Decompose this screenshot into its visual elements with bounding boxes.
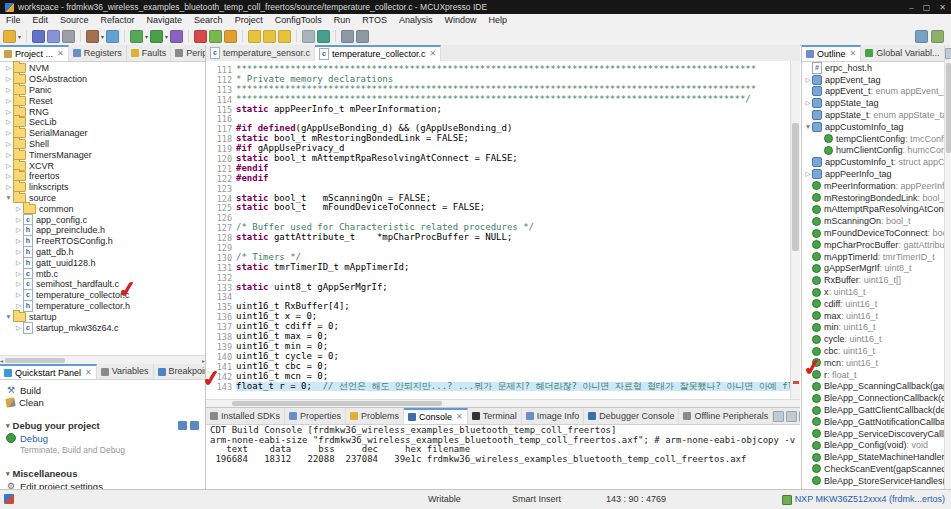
- tree-expanded-arrow-icon[interactable]: ▼: [4, 194, 13, 201]
- outline-item-humclientconfig[interactable]: humClientConfig : humcConf...: [802, 145, 945, 157]
- code-text[interactable]: [236, 114, 800, 124]
- close-icon[interactable]: ✕: [430, 48, 437, 60]
- perspective-develop-icon[interactable]: [915, 30, 928, 43]
- search-icon[interactable]: [302, 30, 315, 43]
- console-output[interactable]: CDT Build Console [frdmkw36_wireless_exa…: [206, 424, 800, 491]
- tree-item-linkscripts[interactable]: ▷linkscripts: [0, 182, 205, 193]
- save-icon[interactable]: [32, 30, 45, 43]
- menu-source[interactable]: Source: [54, 14, 95, 27]
- outline-vscroll-thumb[interactable]: [946, 63, 951, 153]
- build-icon[interactable]: [86, 30, 99, 43]
- outline-item-min[interactable]: min : uint16_t: [802, 322, 945, 334]
- code-text[interactable]: [236, 213, 800, 223]
- code-text[interactable]: static gattAttribute_t *mpCharProcBuffer…: [236, 233, 800, 243]
- code-text[interactable]: uint16_t min = 0;: [236, 342, 800, 352]
- outline-item-appevent-tag[interactable]: ▷appEvent_tag: [802, 74, 945, 86]
- code-text[interactable]: [236, 243, 800, 253]
- outline-item-appevent-t[interactable]: appEvent_t : enum appEvent_tag: [802, 86, 945, 98]
- console-tab-offline-peripherals[interactable]: Offline Peripherals: [679, 408, 773, 424]
- clear-console-icon[interactable]: [773, 411, 784, 422]
- outline-item-rxbuffer[interactable]: RxBuffer : uint16_t[]: [802, 274, 945, 286]
- code-text[interactable]: [236, 273, 800, 283]
- outline-item-appcustominfo-t[interactable]: appCustomInfo_t : struct appCus...: [802, 156, 945, 168]
- tree-collapsed-arrow-icon[interactable]: ▷: [14, 259, 23, 267]
- word-wrap-icon[interactable]: [799, 411, 800, 422]
- outline-item-cdiff[interactable]: cdiff : uint16_t: [802, 298, 945, 310]
- close-button[interactable]: ✕: [939, 3, 946, 12]
- outline-item-mrestoringbondedlink[interactable]: mRestoringBondedLink : bool_t: [802, 192, 945, 204]
- quickstart-section-debug-your-project[interactable]: ▾Debug your project: [6, 419, 199, 432]
- console-tab-debugger-console[interactable]: Debugger Console: [584, 408, 679, 424]
- step-return-icon[interactable]: [278, 30, 291, 43]
- console-tab-console[interactable]: Console✕: [404, 408, 468, 424]
- dropdown-caret-icon[interactable]: ▾: [18, 33, 21, 40]
- code-text[interactable]: #endif: [236, 164, 800, 174]
- tree-item-startup-mkw36z64-c[interactable]: ▷cstartup_mkw36z64.c: [0, 322, 205, 333]
- step-into-icon[interactable]: [248, 30, 261, 43]
- console-line[interactable]: 196684 18312 22088 237084 39e1c frdmkw36…: [210, 455, 796, 465]
- tree-collapsed-arrow-icon[interactable]: ▷: [14, 280, 23, 288]
- tree-item-shell[interactable]: ▷Shell: [0, 139, 205, 150]
- tree-item-seclib[interactable]: ▷SecLib: [0, 117, 205, 128]
- bottomleft-tab-quickstart-panel[interactable]: Quickstart Panel✕: [0, 364, 97, 379]
- code-text[interactable]: static appPeerInfo_t mPeerInformation;: [236, 105, 800, 115]
- profile-icon[interactable]: [170, 30, 183, 43]
- editor-hscroll-thumb[interactable]: [232, 401, 442, 406]
- outline-item-mscanningon[interactable]: mScanningOn : bool_t: [802, 215, 945, 227]
- tree-item-nvm[interactable]: ▷NVM: [0, 63, 205, 74]
- menu-help[interactable]: Help: [482, 14, 513, 27]
- tree-collapsed-arrow-icon[interactable]: ▷: [14, 237, 23, 245]
- tree-item-rng[interactable]: ▷RNG: [0, 106, 205, 117]
- code-text[interactable]: static bool_t mScanningOn = FALSE;: [236, 194, 800, 204]
- debug-small-icon[interactable]: [178, 421, 187, 430]
- debug-console-icon[interactable]: [190, 421, 199, 430]
- tree-item-app-config-c[interactable]: ▷capp_config.c: [0, 214, 205, 225]
- outline-item-erpc-host-h[interactable]: #erpc_host.h: [802, 62, 945, 74]
- code-text[interactable]: uint16_t cycle = 0;: [236, 352, 800, 362]
- tree-item-app-preinclude-h[interactable]: ▷happ_preinclude.h: [0, 225, 205, 236]
- tree-collapsed-arrow-icon[interactable]: ▷: [4, 75, 13, 83]
- tree-item-xcvr[interactable]: ▷XCVR: [0, 160, 205, 171]
- step-over-icon[interactable]: [263, 30, 276, 43]
- dropdown-caret-icon[interactable]: ▾: [145, 33, 148, 40]
- target-device-link[interactable]: NXP MKW36Z512xxx4 (frdmk...ertos): [782, 490, 945, 509]
- outline-item-appstate-tag[interactable]: ▷appState_tag: [802, 97, 945, 109]
- outline-collapsed-arrow-icon[interactable]: ▷: [804, 76, 812, 84]
- close-icon[interactable]: ✕: [85, 367, 92, 379]
- outline-tab-global-variabl[interactable]: Global Variabl...: [861, 45, 944, 61]
- tree-collapsed-arrow-icon[interactable]: ▷: [4, 129, 13, 137]
- code-text[interactable]: uint16_t RxBuffer[4];: [236, 302, 800, 312]
- outline-item-gappsermgrif[interactable]: gAppSerMgrIf : uint8_t: [802, 263, 945, 275]
- outline-item-apppeerinfo-tag[interactable]: ▷appPeerInfo_tag: [802, 168, 945, 180]
- menu-file[interactable]: File: [0, 14, 27, 27]
- console-tab-properties[interactable]: Properties: [285, 408, 346, 424]
- code-text[interactable]: uint16_t max = 0;: [236, 332, 800, 342]
- outline-item-appstate-t[interactable]: appState_t : enum appState_tag: [802, 109, 945, 121]
- tree-collapsed-arrow-icon[interactable]: ▷: [4, 97, 13, 105]
- code-text[interactable]: uint16_t cdiff = 0;: [236, 322, 800, 332]
- tree-item-timersmanager[interactable]: ▷TimersManager: [0, 149, 205, 160]
- scroll-lock-icon[interactable]: [786, 411, 797, 422]
- code-text[interactable]: [236, 184, 800, 194]
- console-tab-installed-sdks[interactable]: Installed SDKs: [206, 408, 285, 424]
- outline-item-bleapp-config-void[interactable]: BleApp_Config(void) : void: [802, 440, 945, 452]
- code-text[interactable]: #if gAppUsePrivacy_d: [236, 144, 800, 154]
- code-text[interactable]: static tmrTimerID_t mAppTimerId;: [236, 263, 800, 273]
- perspective-debug-icon[interactable]: [931, 30, 944, 43]
- editor-tab-temperature-collector-c[interactable]: ctemperature_collector.c✕: [315, 45, 441, 61]
- debug-icon[interactable]: [130, 30, 143, 43]
- console-tab-terminal[interactable]: Terminal: [468, 408, 522, 424]
- menu-edit[interactable]: Edit: [27, 14, 55, 27]
- terminate-icon[interactable]: [194, 30, 207, 43]
- outline-item-bleapp-servicediscoverycallba[interactable]: BleApp_ServiceDiscoveryCallba...: [802, 428, 945, 440]
- editor-tab-temperature-sensor-c[interactable]: ctemperature_sensor.c: [206, 45, 315, 61]
- outline-collapsed-arrow-icon[interactable]: ▷: [804, 99, 812, 107]
- tree-collapsed-arrow-icon[interactable]: ▷: [4, 86, 13, 94]
- close-icon[interactable]: ✕: [57, 48, 64, 60]
- menu-navigate[interactable]: Navigate: [141, 14, 189, 27]
- close-icon[interactable]: ✕: [850, 48, 857, 60]
- tree-item-serialmanager[interactable]: ▷SerialManager: [0, 128, 205, 139]
- tree-collapsed-arrow-icon[interactable]: ▷: [14, 302, 23, 310]
- menu-rtos[interactable]: RTOS: [356, 14, 393, 27]
- tree-item-source[interactable]: ▼source: [0, 193, 205, 204]
